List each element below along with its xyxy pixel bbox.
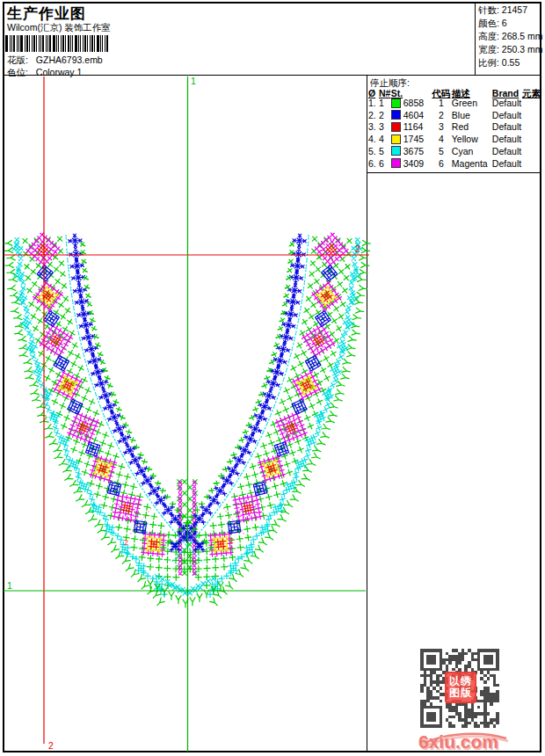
marker-2-right: 2: [355, 244, 360, 254]
stamp-row-2: 图版: [449, 687, 472, 699]
marker-1-left: 1: [7, 580, 12, 591]
stitch-mark-left: 2: [124, 538, 128, 547]
site-name: 6xiu.com: [418, 731, 498, 752]
marker-1-top: 1: [191, 76, 196, 86]
marker-2-bottom: 2: [48, 740, 54, 751]
embroidery-design-canvas: 22: [0, 0, 545, 756]
red-seal-stamp: 以绣 图版: [445, 672, 476, 703]
stitch-mark-right: 2: [229, 536, 234, 545]
site-watermark: 6xiu.com 6xiu.com: [415, 724, 512, 752]
production-sheet-page: 生产作业图 Wilcom(汇京) 装饰工作室 花版: GZHA6793.emb …: [0, 0, 545, 756]
